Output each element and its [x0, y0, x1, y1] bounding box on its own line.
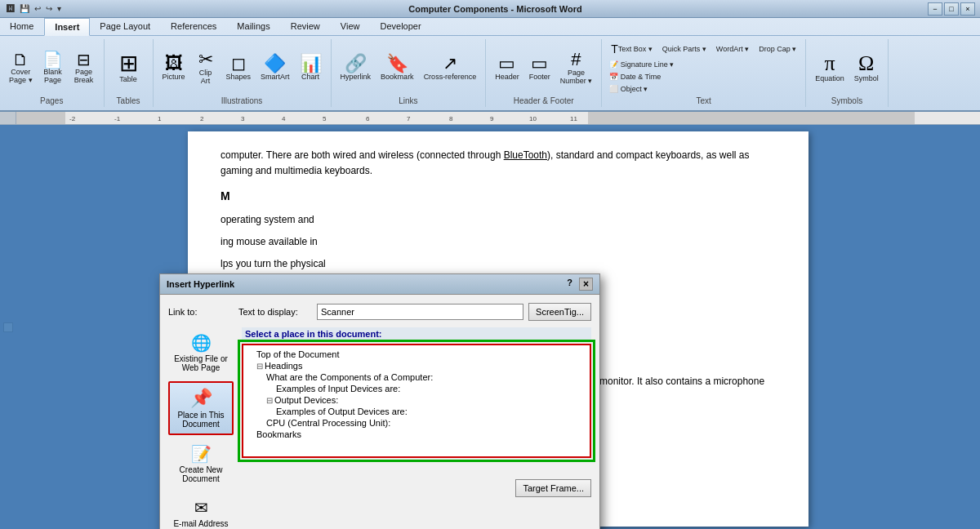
maximize-btn[interactable]: □ [944, 2, 959, 16]
header-btn[interactable]: ▭ Header [491, 52, 523, 83]
svg-text:3: 3 [241, 115, 245, 122]
pages-group-items: 🗋 Cover Page ▾ 📄 Blank Page ⊟ Page Break [5, 41, 99, 95]
ribbon-group-illustrations: 🖼 Picture ✂ Clip Art ◻ Shapes 🔷 SmartArt [154, 39, 332, 107]
close-btn[interactable]: × [960, 2, 975, 16]
tab-home[interactable]: Home [0, 18, 44, 35]
ribbon-group-tables: ⊞ Table Tables [105, 39, 154, 107]
blank-page-btn[interactable]: 📄 Blank Page [38, 49, 68, 87]
dialog-overlay: Insert Hyperlink ? × Link to: Text to di… [0, 125, 980, 529]
tree-item-bookmarks[interactable]: Bookmarks [247, 429, 586, 440]
picture-icon: 🖼 [165, 55, 183, 73]
symbols-label: Symbols [831, 96, 862, 105]
svg-text:-1: -1 [114, 115, 121, 122]
text-box-btn[interactable]: T Text Box ▾ [607, 41, 657, 57]
text-display-row: Link to: Text to display: ScreenTig... [168, 303, 591, 321]
quick-access-toolbar: 🆆 💾 ↩ ↪ ▾ [5, 3, 63, 14]
object-btn[interactable]: ⬜ Object ▾ [607, 83, 676, 95]
tree-item-output-examples[interactable]: Examples of Output Devices are: [247, 406, 586, 417]
tree-item-headings[interactable]: ⊟Headings [247, 360, 586, 371]
cover-page-icon: 🗋 [12, 51, 29, 68]
ribbon-group-symbols: π Equation Ω Symbol Symbols [806, 39, 889, 107]
table-btn[interactable]: ⊞ Table [114, 50, 143, 86]
quick-parts-btn[interactable]: Quick Parts ▾ [658, 41, 710, 57]
ribbon-group-text: T Text Box ▾ Quick Parts ▾ WordArt ▾ Dro… [602, 39, 806, 107]
table-icon: ⊞ [119, 52, 138, 75]
links-label: Links [399, 96, 417, 105]
svg-text:1: 1 [158, 115, 162, 122]
existing-file-label: Existing File or Web Page [172, 354, 229, 372]
bookmark-btn[interactable]: 🔖 Bookmark [376, 52, 418, 83]
pages-label: Pages [40, 96, 63, 105]
tab-insert[interactable]: Insert [44, 18, 90, 36]
nav-email[interactable]: ✉ E-mail Address [168, 492, 234, 529]
minimize-btn[interactable]: − [928, 2, 942, 16]
date-time-btn[interactable]: 📅 Date & Time [607, 71, 676, 82]
dialog-title-bar: Insert Hyperlink ? × [160, 274, 599, 295]
nav-create-new[interactable]: 📝 Create New Document [168, 438, 234, 489]
create-new-icon: 📝 [191, 444, 212, 464]
headings-expand: ⊟ [256, 362, 263, 371]
undo-btn[interactable]: ↩ [33, 3, 42, 14]
tab-view[interactable]: View [331, 18, 371, 35]
hyperlink-btn[interactable]: 🔗 Hyperlink [336, 52, 376, 83]
target-frame-btn[interactable]: Target Frame... [515, 479, 591, 497]
tree-item-cpu[interactable]: CPU (Central Processing Unit): [247, 417, 586, 429]
window-controls: − □ × [928, 2, 975, 16]
link-to-label: Link to: [168, 307, 234, 317]
create-new-label: Create New Document [172, 465, 229, 483]
cover-page-btn[interactable]: 🗋 Cover Page ▾ [5, 49, 37, 87]
symbol-btn[interactable]: Ω Symbol [850, 51, 883, 85]
nav-place-in-document[interactable]: 📌 Place in This Document [168, 381, 234, 435]
smartart-icon: 🔷 [264, 55, 286, 73]
shapes-btn[interactable]: ◻ Shapes [222, 52, 256, 83]
smartart-btn[interactable]: 🔷 SmartArt [256, 52, 294, 83]
tab-references[interactable]: References [161, 18, 227, 35]
dialog-close-btn[interactable]: × [579, 278, 593, 291]
signature-line-btn[interactable]: 📝 Signature Line ▾ [607, 59, 676, 70]
page-break-btn[interactable]: ⊟ Page Break [69, 49, 99, 87]
tab-review[interactable]: Review [281, 18, 331, 35]
dialog-title-controls: ? × [564, 278, 593, 291]
tables-label: Tables [117, 96, 140, 105]
document-tree[interactable]: Top of the Document ⊟Headings What are t… [242, 344, 591, 458]
ruler-area: -2 -1 1 2 3 4 5 6 7 8 9 10 11 [0, 112, 980, 125]
existing-file-icon: 🌐 [191, 333, 212, 353]
text-display-input[interactable] [317, 304, 523, 320]
chart-btn[interactable]: 📊 Chart [296, 52, 326, 83]
tab-developer[interactable]: Developer [370, 18, 431, 35]
equation-btn[interactable]: π Equation [811, 51, 849, 85]
redo-btn[interactable]: ↪ [44, 3, 54, 14]
nav-existing-file[interactable]: 🌐 Existing File or Web Page [168, 327, 234, 378]
tab-mailings[interactable]: Mailings [227, 18, 280, 35]
tree-item-top[interactable]: Top of the Document [247, 349, 586, 360]
qa-more[interactable]: ▾ [56, 3, 63, 14]
svg-text:5: 5 [323, 115, 327, 122]
page-number-btn[interactable]: # Page Number ▾ [556, 48, 597, 87]
dialog-main-content: 🌐 Existing File or Web Page 📌 Place in T… [168, 327, 591, 529]
svg-text:6: 6 [366, 115, 370, 122]
text-group-label: Text [697, 96, 711, 105]
horizontal-ruler: -2 -1 1 2 3 4 5 6 7 8 9 10 11 [16, 112, 980, 124]
wordart-btn[interactable]: WordArt ▾ [712, 41, 753, 57]
drop-cap-btn[interactable]: Drop Cap ▾ [755, 41, 800, 57]
footer-btn[interactable]: ▭ Footer [525, 52, 555, 83]
hyperlink-icon: 🔗 [345, 55, 367, 73]
svg-text:11: 11 [570, 115, 577, 122]
symbol-icon: Ω [858, 53, 874, 74]
cross-reference-icon: ↗ [443, 55, 457, 73]
tree-item-components[interactable]: What are the Components of a Computer: [247, 371, 586, 383]
word-icon: 🆆 [5, 3, 16, 14]
save-btn[interactable]: 💾 [18, 3, 31, 14]
clip-art-btn[interactable]: ✂ Clip Art [191, 48, 220, 87]
tree-item-input-examples[interactable]: Examples of Input Devices are: [247, 383, 586, 394]
output-expand: ⊟ [266, 396, 273, 405]
screentip-btn[interactable]: ScreenTig... [528, 303, 591, 321]
text-display-label: Text to display: [238, 307, 312, 317]
select-place-label: Select a place in this document: [242, 327, 591, 340]
tab-page-layout[interactable]: Page Layout [90, 18, 161, 35]
cross-reference-btn[interactable]: ↗ Cross-reference [420, 52, 481, 83]
tree-item-output-devices[interactable]: ⊟Output Devices: [247, 394, 586, 406]
picture-btn[interactable]: 🖼 Picture [158, 52, 189, 83]
dialog-help-btn[interactable]: ? [564, 278, 576, 291]
illustrations-label: Illustrations [221, 96, 263, 105]
